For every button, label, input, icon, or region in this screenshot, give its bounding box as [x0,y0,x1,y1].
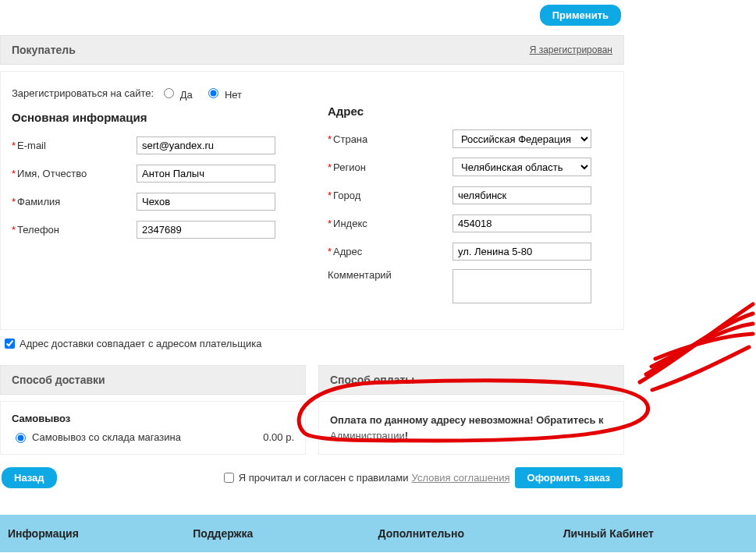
apply-button[interactable]: Применить [540,5,621,26]
asterisk: * [328,218,332,229]
region-label: Регион [333,161,366,173]
name-field[interactable] [137,165,275,183]
form-block: Зарегистрироваться на сайте: Да Нет Осно… [0,71,624,330]
addr-label: Адрес [333,246,362,257]
addr-row: *Адрес [328,241,612,261]
footer-col-support: Поддержка [193,527,378,540]
footer: Информация Поддержка Дополнительно Личны… [0,515,756,552]
asterisk: * [12,196,16,207]
register-no-label: Нет [225,89,242,101]
buyer-panel-head: Покупатель Я зарегистрирован [0,35,624,65]
surname-label: Фамилия [17,196,60,207]
register-no-radio[interactable] [208,88,218,98]
col-address: Адрес *Страна Российская Федерация *Реги… [312,83,612,314]
buyer-title: Покупатель [12,44,76,56]
asterisk: * [12,224,16,236]
bottom-row: Назад Я прочитал и согласен с правилами … [0,455,624,496]
country-select[interactable]: Российская Федерация [453,129,591,148]
region-select[interactable]: Челябинская область [453,158,591,176]
agree-checkbox[interactable] [224,473,234,483]
payment-message-text: Оплата по данному адресу невозможна! Обр… [330,414,604,426]
surname-row: *Фамилия [12,191,296,211]
comment-row: Комментарий [328,269,612,306]
index-label: Индекс [333,218,367,229]
asterisk: * [12,168,16,179]
city-field[interactable] [453,186,591,204]
comment-field[interactable] [453,269,591,303]
payment-admin-link[interactable]: Администрации [330,430,405,441]
footer-col-account: Личный Кабинет [563,527,748,540]
surname-field[interactable] [137,193,275,211]
asterisk: * [328,133,332,145]
payment-message: Оплата по данному адресу невозможна! Обр… [330,413,612,443]
comment-label: Комментарий [328,269,392,281]
shipping-option: Самовывоз со склада магазина 0.00 р. [12,431,294,443]
shipping-option-label: Самовывоз со склада магазина [32,431,181,443]
same-address-label: Адрес доставки совпадает с адресом плате… [20,338,261,349]
shipping-col: Способ доставки Самовывоз Самовывоз со с… [0,365,306,455]
back-button[interactable]: Назад [2,467,57,488]
shipping-body: Самовывоз Самовывоз со склада магазина 0… [0,401,306,455]
ship-pay-row: Способ доставки Самовывоз Самовывоз со с… [0,365,624,455]
main-info-heading: Основная информация [12,111,296,124]
asterisk: * [12,140,16,151]
email-row: *E-mail [12,135,296,155]
asterisk: * [328,190,332,201]
email-field[interactable] [137,136,275,154]
registered-link[interactable]: Я зарегистрирован [530,44,612,55]
index-field[interactable] [453,214,591,232]
shipping-heading: Способ доставки [0,365,306,395]
shipping-price: 0.00 р. [263,431,294,443]
payment-col: Способ оплаты Оплата по данному адресу н… [318,365,624,455]
apply-row: Применить [0,0,624,32]
phone-label: Телефон [17,224,59,236]
register-yes-label: Да [180,89,193,101]
register-row: Зарегистрироваться на сайте: Да Нет [12,83,296,103]
register-radios: Да Нет [160,86,296,101]
asterisk: * [328,161,332,173]
address-heading: Адрес [328,105,612,118]
name-label: Имя, Отчество [17,168,87,179]
shipping-group-title: Самовывоз [12,413,294,424]
checkout-button[interactable]: Оформить заказ [515,467,623,488]
terms-link[interactable]: Условия соглашения [412,472,510,484]
email-label: E-mail [17,140,46,151]
addr-field[interactable] [453,243,591,261]
asterisk: * [328,246,332,257]
footer-col-extra: Дополнительно [378,527,563,540]
city-row: *Город [328,185,612,205]
same-address-checkbox[interactable] [5,339,15,349]
payment-body: Оплата по данному адресу невозможна! Обр… [318,401,624,455]
col-main-info: Зарегистрироваться на сайте: Да Нет Осно… [12,83,312,314]
same-address-row: Адрес доставки совпадает с адресом плате… [0,330,624,357]
country-label: Страна [333,133,367,145]
index-row: *Индекс [328,213,612,233]
agree-text: Я прочитал и согласен с правилами [239,472,409,484]
register-label: Зарегистрироваться на сайте: [12,87,160,99]
payment-heading: Способ оплаты [318,365,624,395]
agree-block: Я прочитал и согласен с правилами Услови… [221,467,623,488]
footer-col-info: Информация [8,527,193,540]
phone-row: *Телефон [12,219,296,239]
register-yes-radio[interactable] [164,88,174,98]
country-row: *Страна Российская Федерация [328,129,612,149]
payment-suffix: ! [405,430,408,441]
phone-field[interactable] [137,221,275,239]
shipping-option-radio[interactable] [16,433,26,443]
city-label: Город [333,190,360,201]
name-row: *Имя, Отчество [12,163,296,183]
region-row: *Регион Челябинская область [328,157,612,177]
